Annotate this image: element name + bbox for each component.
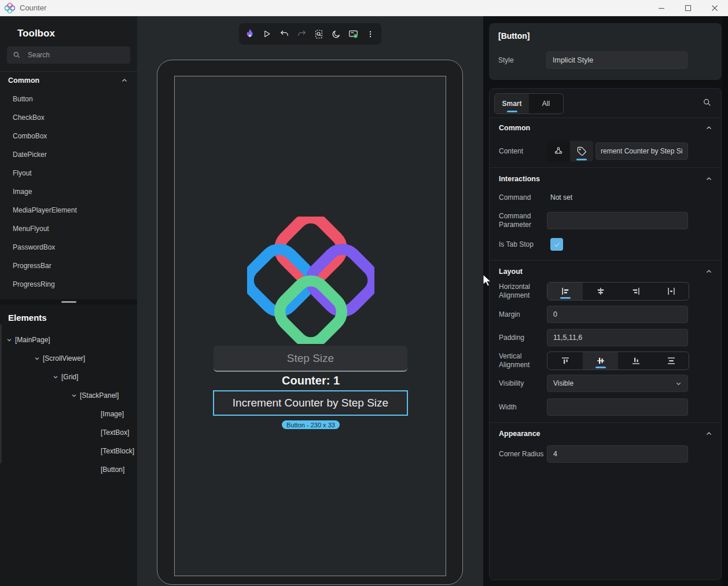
chevron-up-icon[interactable]: [705, 430, 712, 437]
toolbox-item-button[interactable]: Button: [0, 90, 137, 108]
valign-bottom-button[interactable]: [618, 352, 653, 369]
theme-moon-icon[interactable]: [329, 27, 344, 42]
toolbox-item-combobox[interactable]: ComboBox: [0, 127, 137, 145]
toolbox-item-image[interactable]: Image: [0, 182, 137, 201]
content-text-toggle[interactable]: [570, 141, 593, 162]
visibility-label: Visibility: [499, 379, 547, 388]
halign-center-button[interactable]: [583, 283, 618, 300]
chevron-down-icon[interactable]: [6, 336, 13, 343]
tree-item-label: [ScrollViewer]: [43, 354, 85, 362]
command-value[interactable]: Not set: [550, 193, 572, 202]
content-label: Content: [499, 147, 547, 156]
tree-item-scrollviewer[interactable]: [ScrollViewer]: [0, 349, 137, 368]
window-title: Counter: [20, 3, 46, 12]
play-icon[interactable]: [260, 27, 275, 42]
step-size-textbox[interactable]: Step Size: [214, 346, 407, 372]
properties-search-button[interactable]: [703, 98, 712, 109]
width-input[interactable]: [547, 398, 688, 416]
toolbox-search-box[interactable]: [7, 46, 130, 64]
increment-button[interactable]: Increment Counter by Step Size: [213, 390, 408, 416]
section-interactions-header[interactable]: Interactions: [490, 170, 721, 188]
content-input[interactable]: [595, 142, 688, 160]
corner-radius-input[interactable]: [547, 445, 688, 463]
undo-icon[interactable]: [277, 27, 292, 42]
toolbox-item-checkbox[interactable]: CheckBox: [0, 108, 137, 127]
toolbox-item-flyout[interactable]: Flyout: [0, 164, 137, 182]
valign-top-button[interactable]: [547, 352, 583, 369]
content-binding-toggle[interactable]: [547, 141, 570, 162]
tree-item-grid[interactable]: [Grid]: [0, 368, 137, 386]
chevron-up-icon[interactable]: [705, 124, 712, 131]
elements-scrollbar[interactable]: [0, 324, 2, 463]
tree-item-textblock[interactable]: [TextBlock]: [0, 442, 137, 460]
divider: [490, 422, 721, 423]
tree-item-label: [TextBox]: [101, 428, 129, 437]
redo-icon[interactable]: [294, 27, 309, 42]
section-layout-header[interactable]: Layout: [490, 262, 721, 281]
panel-scrollbar-gutter[interactable]: [722, 16, 728, 586]
content-mode-toggle: [547, 141, 593, 162]
section-common-title: Common: [499, 124, 530, 132]
toolbox-item-mediaplayerelement[interactable]: MediaPlayerElement: [0, 201, 137, 219]
align-stretch-vertical-icon: [666, 356, 676, 366]
valign-stretch-button[interactable]: [653, 352, 689, 369]
properties-tabs: Smart All: [494, 93, 564, 114]
changes-validated-icon[interactable]: [345, 27, 361, 42]
section-appearance-header[interactable]: Appearance: [490, 424, 721, 443]
chevron-down-icon[interactable]: [71, 392, 78, 399]
chevron-down-icon[interactable]: [34, 355, 41, 362]
elements-tree: [MainPage] [ScrollViewer] [Grid] [StackP…: [0, 331, 137, 479]
tag-icon: [577, 146, 587, 156]
divider: [490, 260, 721, 261]
toolbox-item-menuflyout[interactable]: MenuFlyout: [0, 219, 137, 238]
search-icon: [703, 98, 712, 107]
active-tab-indicator: [507, 111, 517, 112]
tree-item-mainpage[interactable]: [MainPage]: [0, 331, 137, 349]
hot-design-flame-icon[interactable]: [242, 27, 258, 42]
chevron-up-icon[interactable]: [705, 175, 712, 182]
align-bottom-icon: [631, 356, 641, 366]
halign-left-button[interactable]: [547, 283, 583, 300]
tree-item-image[interactable]: [Image]: [0, 405, 137, 423]
toolbox-section-common[interactable]: Common: [0, 71, 137, 89]
halign-stretch-button[interactable]: [653, 283, 689, 300]
style-input[interactable]: [546, 52, 687, 69]
toolbox-item-datepicker[interactable]: DatePicker: [0, 145, 137, 164]
design-canvas: Step Size Counter: 1 Increment Counter b…: [137, 16, 483, 586]
panel-splitter[interactable]: [0, 299, 137, 305]
minimize-button[interactable]: [648, 0, 675, 16]
fit-to-screen-icon[interactable]: [311, 27, 326, 42]
tab-smart[interactable]: Smart: [495, 94, 529, 113]
chevron-up-icon[interactable]: [705, 268, 712, 275]
toolbox-item-passwordbox[interactable]: PasswordBox: [0, 238, 137, 257]
align-center-icon: [595, 286, 606, 296]
elements-title: Elements: [0, 305, 137, 323]
tab-all[interactable]: All: [529, 94, 563, 113]
halign-right-button[interactable]: [618, 283, 653, 300]
chevron-up-icon: [121, 77, 128, 84]
search-icon: [13, 51, 21, 59]
section-common-header[interactable]: Common: [490, 119, 721, 137]
toolbox-item-progressring[interactable]: ProgressRing: [0, 275, 137, 294]
command-parameter-input[interactable]: [547, 212, 688, 229]
selection-size-badge: Button - 230 x 33: [175, 420, 447, 429]
is-tab-stop-checkbox[interactable]: [550, 238, 563, 251]
tree-item-label: [StackPanel]: [80, 391, 119, 400]
margin-input[interactable]: [547, 306, 688, 323]
title-bar: Counter: [0, 0, 728, 16]
valign-center-button[interactable]: [583, 352, 618, 369]
toolbox-item-progressbar[interactable]: ProgressBar: [0, 257, 137, 275]
tree-item-button[interactable]: [Button]: [0, 460, 137, 479]
chevron-down-icon[interactable]: [52, 373, 59, 380]
visibility-select[interactable]: Visible: [547, 375, 688, 392]
tree-item-stackpanel[interactable]: [StackPanel]: [0, 386, 137, 405]
padding-input[interactable]: [547, 329, 688, 346]
close-button[interactable]: [701, 0, 728, 16]
more-options-icon[interactable]: [363, 27, 378, 42]
tree-item-label: [MainPage]: [15, 336, 50, 344]
toolbox-search-input[interactable]: [28, 51, 120, 59]
uno-platform-logo: [247, 217, 374, 344]
maximize-button[interactable]: [675, 0, 701, 16]
tree-item-textbox[interactable]: [TextBox]: [0, 423, 137, 442]
app-logo-icon: [5, 3, 15, 13]
